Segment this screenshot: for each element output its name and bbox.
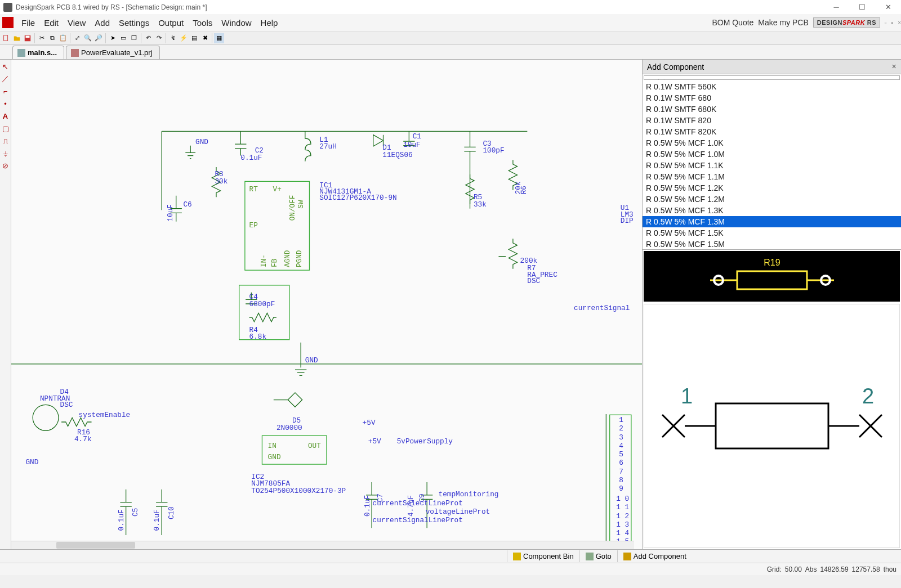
tool-select-icon[interactable]: ▭	[118, 33, 128, 43]
vtool-junction-icon[interactable]: •	[1, 99, 10, 108]
tool-fit-icon[interactable]: ⤢	[72, 33, 82, 43]
vtool-bus-icon[interactable]: ⎍	[1, 136, 10, 145]
lbl-r6v: 20k	[514, 181, 523, 194]
tool-new-icon[interactable]	[1, 33, 11, 43]
list-item[interactable]: R 0.5W 5% MCF 1.2K	[643, 182, 901, 194]
menu-output[interactable]: Output	[154, 16, 188, 30]
component-list[interactable]: R 0.1W SMTF 560K R 0.1W SMTF 680 R 0.1W …	[643, 81, 901, 250]
tool-copy-icon[interactable]: ⧉	[47, 33, 57, 43]
vtool-prohibit-icon[interactable]: ⊘	[1, 161, 10, 170]
mdi-close-icon[interactable]: ×	[898, 20, 901, 26]
vtool-wire-icon[interactable]: ⌐	[1, 87, 10, 96]
svg-text:1 2: 1 2	[616, 512, 629, 520]
lbl-ic2-gnd: GND	[268, 453, 281, 461]
panel-close-icon[interactable]: ✕	[891, 63, 896, 70]
menu-file[interactable]: File	[17, 16, 39, 30]
lbl-c6v: 10uF	[166, 204, 175, 222]
menu-help[interactable]: Help	[256, 16, 283, 30]
component-search-input[interactable]: resistor	[644, 75, 900, 80]
vtool-select-icon[interactable]: ↖	[1, 62, 10, 71]
tool-cut-icon[interactable]: ✂	[37, 33, 47, 43]
menu-view[interactable]: View	[63, 16, 90, 30]
menu-add[interactable]: Add	[90, 16, 114, 30]
status-x: 14826.59	[820, 565, 849, 573]
list-item[interactable]: R 0.5W 5% MCF 1.0K	[643, 137, 901, 149]
tool-arrow-icon[interactable]: ➤	[108, 33, 118, 43]
close-button[interactable]: ✕	[875, 0, 901, 14]
tool-route-icon[interactable]: ↯	[168, 33, 178, 43]
vtool-power-icon[interactable]: ⏚	[1, 149, 10, 158]
svg-text:4: 4	[619, 442, 623, 450]
list-item[interactable]: R 0.1W SMTF 680K	[643, 104, 901, 115]
list-item[interactable]: R 0.1W SMTF 560K	[643, 81, 901, 92]
list-item[interactable]: R 0.5W 5% MCF 1.3M	[643, 216, 901, 227]
tool-delete-icon[interactable]: ✖	[200, 33, 210, 43]
menu-settings[interactable]: Settings	[114, 16, 154, 30]
tab-project-label: PowerEvaluate_v1.prj	[81, 48, 152, 57]
list-item[interactable]: R 0.5W 5% MCF 1.1M	[643, 171, 901, 182]
add-component-panel: Add Component ✕ resistor R 0.1W SMTF 560…	[642, 60, 901, 549]
tool-layers-icon[interactable]: ❒	[129, 33, 139, 43]
vtool-line-icon[interactable]: ／	[1, 74, 10, 83]
menu-edit[interactable]: Edit	[39, 16, 63, 30]
vtool-text-icon[interactable]: A	[1, 111, 10, 120]
menu-tools[interactable]: Tools	[188, 16, 217, 30]
lbl-r16v: 4.7k	[74, 435, 92, 443]
component-bin-icon	[513, 553, 521, 560]
schematic-canvas[interactable]: GND C2 0.1uF R3 30k C6 10uF L1 27uH D1 1…	[11, 60, 642, 549]
lbl-ic1-pgnd: PGND	[295, 250, 304, 268]
maximize-button[interactable]: ☐	[849, 0, 875, 14]
list-item[interactable]: R 0.5W 5% MCF 1.0M	[643, 149, 901, 160]
tab-add-component[interactable]: Add Component	[617, 550, 692, 562]
lbl-c3v: 100pF	[483, 146, 504, 155]
link-bom-quote[interactable]: BOM Quote	[712, 18, 753, 27]
horizontal-scrollbar[interactable]	[11, 541, 634, 549]
label-goto: Goto	[596, 552, 612, 560]
tab-project[interactable]: PowerEvaluate_v1.prj	[66, 46, 159, 59]
tool-paste-icon[interactable]: 📋	[58, 33, 68, 43]
tool-highlight-icon[interactable]: ▦	[214, 33, 224, 43]
list-item[interactable]: R 0.1W SMTF 820	[643, 115, 901, 126]
tab-main[interactable]: main.s...	[12, 46, 64, 59]
menu-window[interactable]: Window	[217, 16, 256, 30]
svg-rect-37	[716, 403, 828, 448]
minimize-button[interactable]: ─	[823, 0, 849, 14]
lbl-c10: C10	[167, 506, 176, 519]
list-item[interactable]: R 0.5W 5% MCF 1.2M	[643, 194, 901, 205]
tool-net-icon[interactable]: ⚡	[179, 33, 189, 43]
tool-zoom-in-icon[interactable]: 🔍	[83, 33, 93, 43]
tool-save-icon[interactable]	[23, 33, 33, 43]
lbl-gnd3: GND	[25, 458, 38, 466]
lbl-gnd-top: GND	[195, 138, 208, 146]
schematic-doc-icon	[17, 49, 25, 57]
tool-undo-icon[interactable]: ↶	[143, 33, 153, 43]
lbl-r3v: 30k	[215, 177, 228, 186]
list-item[interactable]: R 0.1W SMTF 680	[643, 92, 901, 104]
svg-text:1: 1	[619, 416, 623, 424]
vtool-component-icon[interactable]: ▢	[1, 124, 10, 133]
lbl-vlp: voltageLineProt	[426, 508, 490, 516]
lbl-r5v: 33k	[474, 200, 487, 209]
tool-open-icon[interactable]	[12, 33, 22, 43]
tool-zoom-out-icon[interactable]: 🔎	[93, 33, 104, 43]
link-make-my-pcb[interactable]: Make my PCB	[758, 18, 808, 27]
list-item[interactable]: R 0.1W SMTF 820K	[643, 126, 901, 137]
list-item[interactable]: R 0.5W 5% MCF 1.1K	[643, 160, 901, 171]
lbl-gnd2: GND	[305, 356, 318, 365]
tool-redo-icon[interactable]: ↷	[154, 33, 164, 43]
lbl-ic1-ep: EP	[249, 221, 258, 230]
list-item[interactable]: R 0.5W 5% MCF 1.5M	[643, 239, 901, 250]
lbl-l1v: 27uH	[319, 142, 337, 151]
tab-component-bin[interactable]: Component Bin	[507, 550, 579, 562]
tab-goto[interactable]: Goto	[579, 550, 617, 562]
svg-rect-7	[239, 285, 289, 340]
mdi-minimize-icon[interactable]: ▫	[885, 20, 887, 26]
panel-title: Add Component	[647, 62, 704, 71]
list-item[interactable]: R 0.5W 5% MCF 1.3K	[643, 205, 901, 216]
document-tab-row: main.s... PowerEvaluate_v1.prj	[0, 45, 901, 60]
list-item[interactable]: R 0.5W 5% MCF 1.5K	[643, 227, 901, 239]
mdi-restore-icon[interactable]: ▪	[891, 20, 894, 26]
svg-text:1 1: 1 1	[616, 503, 629, 511]
tool-doc-icon[interactable]: ▤	[189, 33, 199, 43]
scrollbar-thumb[interactable]	[56, 542, 135, 549]
